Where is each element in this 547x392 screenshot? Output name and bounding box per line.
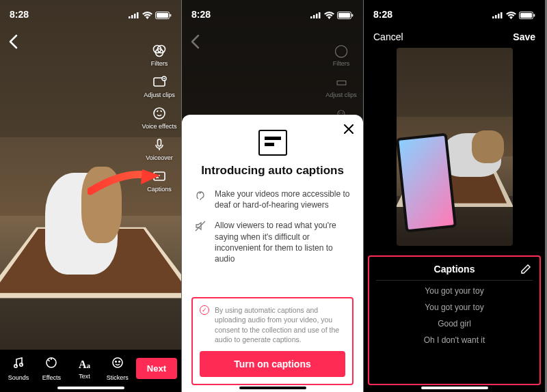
svg-rect-34 (534, 14, 535, 16)
battery-icon (519, 9, 535, 20)
bottom-label: Stickers (107, 374, 129, 381)
status-time: 8:28 (373, 9, 392, 20)
filters-icon (150, 41, 169, 60)
callout-arrow (88, 169, 161, 202)
modal-point-text: Make your videos more accessible to deaf… (215, 188, 351, 210)
captions-illustration-icon (258, 130, 287, 156)
turn-on-label: Turn on captions (234, 359, 311, 369)
signal-icon (310, 9, 321, 20)
status-time: 8:28 (10, 9, 29, 20)
status-bar: 8:28 (0, 0, 181, 25)
tool-label: Filters (151, 60, 168, 67)
signal-icon (129, 9, 139, 20)
adjust-clips-button[interactable]: Adjust clips (140, 72, 178, 98)
home-indicator (239, 387, 306, 389)
turn-on-captions-button[interactable]: Turn on captions (200, 351, 345, 377)
caption-line[interactable]: You got your toy (425, 286, 483, 296)
svg-rect-6 (170, 14, 172, 16)
wifi-icon (324, 9, 334, 20)
edit-captions-button[interactable] (520, 264, 531, 277)
bottom-label: Sounds (8, 374, 29, 381)
voiceover-icon (150, 135, 169, 154)
modal-bottom-highlight: ✓ By using automatic captions and upload… (191, 297, 353, 385)
status-time: 8:28 (191, 9, 211, 20)
no-audio-icon (194, 220, 208, 264)
captions-editor-header: Cancel Save (364, 26, 545, 48)
svg-rect-5 (157, 13, 168, 18)
captions-title: Captions (434, 264, 475, 275)
next-button[interactable]: Next (136, 358, 177, 379)
svg-rect-13 (158, 139, 161, 146)
modal-point-text: Allow viewers to read what you're saying… (215, 220, 351, 264)
captions-panel-header: Captions (376, 264, 533, 281)
cancel-button[interactable]: Cancel (373, 31, 403, 42)
save-button[interactable]: Save (513, 31, 535, 42)
bottom-toolbar: Sounds Effects Aa Text Stickers Next (0, 350, 181, 392)
filters-button[interactable]: Filters (140, 41, 178, 67)
status-icons (310, 9, 353, 20)
status-icons (492, 9, 535, 20)
svg-rect-1 (131, 15, 133, 18)
adjust-clips-icon (150, 72, 169, 92)
tool-label: Voice effects (142, 123, 177, 130)
effects-button[interactable]: Effects (37, 356, 66, 381)
status-icons (129, 9, 172, 20)
sounds-icon (12, 356, 25, 373)
held-phone-graphic (397, 132, 457, 232)
svg-rect-26 (338, 13, 350, 18)
captions-panel: Captions You got your toy You got your t… (368, 255, 541, 385)
consent-row[interactable]: ✓ By using automatic captions and upload… (200, 305, 345, 344)
stickers-icon (111, 356, 124, 373)
video-preview-small[interactable] (397, 48, 513, 246)
phone-screen-editor: 8:28 Filters Adjust clips Voice effects … (0, 0, 181, 392)
battery-icon (155, 9, 172, 20)
close-button[interactable] (344, 123, 353, 137)
battery-icon (337, 9, 353, 20)
svg-point-20 (118, 361, 120, 362)
svg-point-18 (113, 358, 122, 367)
tool-label: Adjust clips (144, 92, 175, 98)
status-bar: 8:28 (364, 0, 545, 25)
sounds-button[interactable]: Sounds (4, 356, 33, 381)
signal-icon (492, 9, 503, 20)
modal-title: Introducing auto captions (191, 164, 353, 178)
wifi-icon (506, 9, 516, 20)
back-button[interactable] (190, 34, 201, 53)
status-bar: 8:28 (182, 0, 363, 25)
voiceover-button[interactable]: Voiceover (140, 135, 178, 161)
svg-rect-31 (501, 12, 503, 18)
auto-captions-modal: Introducing auto captions Make your vide… (182, 115, 363, 392)
voice-effects-button[interactable]: Voice effects (140, 104, 178, 130)
back-button[interactable] (8, 34, 19, 53)
stickers-button[interactable]: Stickers (103, 356, 132, 381)
bottom-label: Text (79, 373, 90, 380)
caption-line[interactable]: Good girl (438, 319, 471, 328)
tool-label: Voiceover (146, 154, 173, 161)
svg-rect-30 (498, 14, 500, 18)
modal-point: Make your videos more accessible to deaf… (194, 188, 351, 210)
svg-rect-23 (316, 14, 318, 18)
phone-screen-modal: 8:28 ◯Filters ▭Adjust clips ☺Voice effec… (182, 0, 363, 392)
text-icon: Aa (79, 357, 90, 372)
svg-point-15 (14, 364, 17, 367)
caption-line[interactable]: Oh I don't want it (424, 335, 485, 345)
wifi-icon (142, 9, 152, 20)
home-indicator (421, 387, 488, 389)
ear-icon (194, 188, 208, 210)
consent-check-icon[interactable]: ✓ (200, 305, 209, 315)
voice-effects-icon (150, 104, 169, 123)
svg-rect-28 (492, 16, 494, 18)
text-button[interactable]: Aa Text (70, 357, 98, 380)
home-indicator (57, 387, 124, 389)
captions-list: You got your toy You got your toy Good g… (376, 286, 533, 345)
svg-point-19 (115, 361, 116, 362)
phone-screen-captions: 8:28 Cancel Save Captions You got your t… (364, 0, 545, 392)
svg-rect-2 (134, 14, 136, 18)
svg-rect-21 (310, 16, 312, 18)
svg-rect-33 (520, 13, 532, 18)
caption-line[interactable]: You got your toy (425, 303, 483, 312)
svg-point-16 (20, 363, 23, 365)
modal-point: Allow viewers to read what you're saying… (194, 220, 351, 264)
svg-rect-22 (313, 15, 315, 18)
svg-rect-29 (495, 15, 497, 18)
